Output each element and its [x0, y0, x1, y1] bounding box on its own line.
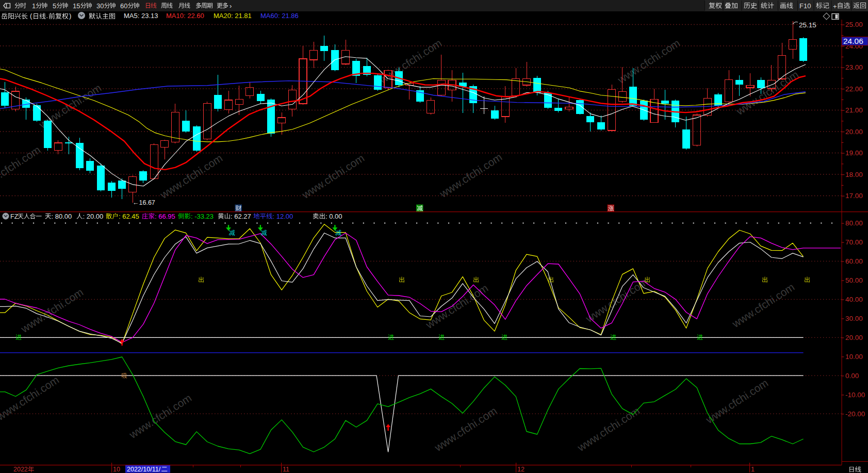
svg-text:: 0.00: : 0.00 — [325, 213, 342, 220]
svg-text:MA5: 23.13: MA5: 23.13 — [124, 12, 158, 20]
svg-text:5: 5 — [53, 2, 56, 10]
svg-text:18.00: 18.00 — [845, 171, 863, 178]
svg-text:.: . — [46, 12, 48, 20]
svg-text:6: 6 — [120, 2, 124, 10]
svg-text:0: 0 — [100, 2, 104, 10]
svg-text:(: ( — [30, 12, 32, 20]
svg-text:20.00: 20.00 — [845, 128, 863, 136]
svg-text:MA10: 22.60: MA10: 22.60 — [166, 12, 204, 20]
svg-text:5: 5 — [76, 2, 80, 10]
svg-text:19.00: 19.00 — [845, 149, 863, 157]
svg-text:←16.67: ←16.67 — [133, 199, 155, 206]
svg-text:10.00: 10.00 — [845, 353, 863, 361]
svg-text:: 20.00: : 20.00 — [83, 213, 104, 220]
svg-text:FZ: FZ — [10, 213, 19, 220]
svg-text:21.00: 21.00 — [845, 106, 863, 114]
svg-text:0: 0 — [124, 2, 127, 10]
svg-text:40.00: 40.00 — [845, 296, 863, 303]
svg-text:MA20: 21.81: MA20: 21.81 — [214, 12, 252, 20]
svg-text:: 80.00: : 80.00 — [52, 213, 72, 220]
svg-text:24.06: 24.06 — [843, 37, 863, 45]
svg-text:2022/10/11/: 2022/10/11/ — [127, 466, 161, 473]
svg-text:+: + — [833, 3, 837, 10]
svg-text:17.00: 17.00 — [845, 192, 863, 200]
svg-text:60.00: 60.00 — [845, 257, 863, 265]
svg-text:: 66.95: : 66.95 — [155, 213, 175, 220]
svg-text:30.00: 30.00 — [845, 315, 863, 322]
svg-text:-20.00: -20.00 — [845, 410, 865, 418]
svg-text:80.00: 80.00 — [845, 219, 863, 227]
svg-text:10: 10 — [113, 466, 120, 473]
svg-text:: 12.00: : 12.00 — [273, 213, 293, 220]
svg-text:2022: 2022 — [13, 466, 28, 473]
svg-text:: 62.45: : 62.45 — [119, 213, 139, 220]
svg-text:1: 1 — [751, 466, 755, 473]
svg-text:25.15: 25.15 — [799, 21, 816, 29]
svg-text:: -33.23: : -33.23 — [191, 213, 214, 220]
svg-text:11: 11 — [283, 466, 289, 473]
svg-text:50.00: 50.00 — [845, 276, 863, 284]
svg-text:MA60: 21.86: MA60: 21.86 — [260, 12, 299, 20]
svg-text:22.00: 22.00 — [845, 85, 863, 93]
svg-text:: 62.27: : 62.27 — [231, 213, 251, 220]
svg-text:12: 12 — [517, 466, 525, 473]
svg-text:3: 3 — [96, 2, 100, 10]
svg-text:-10.00: -10.00 — [845, 391, 865, 399]
svg-text:20.00: 20.00 — [845, 334, 863, 341]
svg-text:›: › — [230, 2, 232, 10]
svg-text:1: 1 — [73, 2, 76, 10]
svg-text:25.00: 25.00 — [845, 21, 863, 28]
svg-text:): ) — [69, 12, 71, 20]
svg-text:F10: F10 — [799, 2, 811, 10]
svg-text:0.00: 0.00 — [845, 372, 859, 380]
svg-text:1: 1 — [32, 2, 36, 10]
svg-text:23.00: 23.00 — [845, 63, 863, 71]
svg-text:70.00: 70.00 — [845, 238, 863, 246]
